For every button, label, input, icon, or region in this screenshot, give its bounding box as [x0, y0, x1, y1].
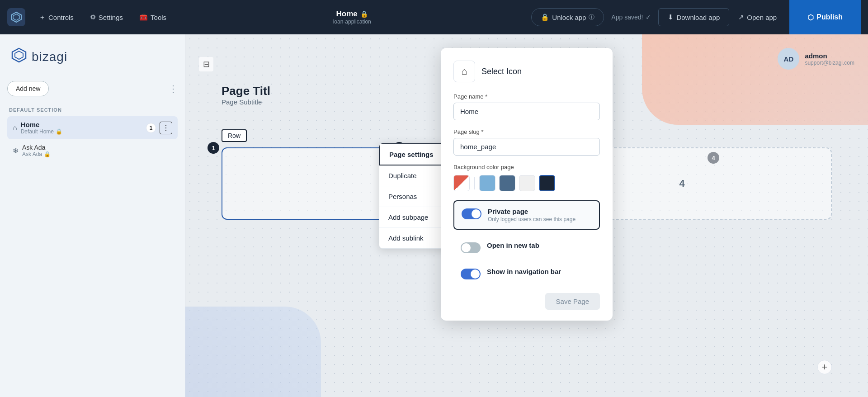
show-nav-info: Show in navigation bar [487, 268, 593, 275]
bg-color-label: Background color page [453, 164, 600, 170]
saved-badge: App saved! ✓ [606, 10, 656, 24]
color-swatches [453, 175, 600, 191]
sidebar-top: Add new ⋮ [7, 81, 178, 96]
svg-marker-2 [12, 48, 26, 62]
nav-item-home-badge: 1 [146, 123, 156, 133]
bg-color-section: Background color page [453, 164, 600, 191]
publish-icon: ⬡ [807, 13, 814, 22]
private-page-sub: Only logged users can see this page [488, 216, 592, 222]
lock-small-icon: 🔒 [56, 128, 62, 135]
bizagi-text: bizagi [32, 50, 67, 64]
sidebar-section-header: DEFAULT SECTION [9, 107, 178, 113]
tools-button[interactable]: 🧰 Tools [133, 9, 173, 25]
select-icon-label: Select Icon [481, 67, 522, 76]
color-swatch-3[interactable] [519, 175, 535, 191]
open-new-tab-row: Open in new tab [453, 235, 600, 260]
check-icon: ✓ [646, 14, 651, 21]
unlock-icon: 🔒 [541, 13, 549, 21]
publish-button[interactable]: ⬡ Publish [789, 0, 861, 34]
plus-icon: ＋ [39, 13, 46, 22]
controls-button[interactable]: ＋ Controls [33, 9, 80, 25]
settings-button[interactable]: ⚙ Settings [84, 9, 129, 25]
save-page-button[interactable]: Save Page [545, 293, 600, 310]
gear-icon: ⚙ [90, 13, 96, 21]
lock-icon: 🔒 [360, 10, 368, 18]
app-title-area: Home 🔒 loan-application [176, 9, 528, 25]
page-slug-label: Page slug * [453, 128, 600, 135]
tools-icon: 🧰 [139, 13, 148, 21]
page-name-input[interactable] [453, 103, 600, 120]
lock-small-icon2: 🔒 [44, 151, 51, 157]
nav-item-home-dots[interactable]: ⋮ [160, 122, 172, 134]
private-page-row: Private page Only logged users can see t… [453, 200, 600, 230]
page-name-label: Page name * [453, 93, 600, 100]
sidebar-logo: bizagi [7, 43, 178, 70]
bizagi-logo-icon [11, 47, 27, 66]
svg-marker-1 [13, 14, 19, 20]
askada-icon: ❄ [13, 147, 19, 155]
page-settings-modal: ⌂ Select Icon Page name * Page slug * Ba… [441, 48, 613, 321]
nav-item-askada-info: Ask Ada Ask Ada 🔒 [22, 144, 51, 157]
select-icon-row: ⌂ Select Icon [453, 61, 600, 82]
color-swatch-1[interactable] [479, 175, 495, 191]
app-subtitle: loan-application [333, 19, 371, 25]
app-logo [7, 8, 25, 26]
swatch-divider [474, 177, 475, 189]
page-slug-group: Page slug * [453, 128, 600, 156]
main-layout: bizagi Add new ⋮ DEFAULT SECTION ⌂ Home … [0, 34, 868, 397]
sidebar-item-askada[interactable]: ❄ Ask Ada Ask Ada 🔒 [7, 139, 178, 162]
nav-item-home-info: Home Default Home 🔒 [21, 121, 142, 135]
private-page-info: Private page Only logged users can see t… [488, 208, 592, 222]
color-swatch-0[interactable] [453, 175, 470, 191]
color-swatch-2[interactable] [499, 175, 515, 191]
svg-marker-3 [15, 51, 23, 59]
topnav-right: 🔒 Unlock app ⓘ App saved! ✓ ⬇ Download a… [531, 0, 861, 34]
nav-item-home-sub: Default Home 🔒 [21, 128, 142, 135]
unlock-button[interactable]: 🔒 Unlock app ⓘ [531, 8, 604, 26]
canvas-area: ⊟ Page Titl Page Subtitle Row 1 2 3 4 4 … [185, 34, 868, 397]
page-slug-input[interactable] [453, 138, 600, 156]
toggle-knob2 [462, 243, 471, 252]
sidebar: bizagi Add new ⋮ DEFAULT SECTION ⌂ Home … [0, 34, 185, 397]
sidebar-item-home[interactable]: ⌂ Home Default Home 🔒 1 ⋮ [7, 116, 178, 139]
private-page-title: Private page [488, 208, 592, 215]
app-title: Home 🔒 [336, 9, 368, 19]
private-page-toggle[interactable] [462, 208, 481, 219]
toggle-knob3 [471, 269, 480, 279]
open-new-tab-title: Open in new tab [487, 241, 593, 249]
icon-box[interactable]: ⌂ [453, 61, 475, 82]
nav-item-home-name: Home [21, 121, 142, 128]
home-icon-modal: ⌂ [461, 66, 467, 77]
sidebar-more-button[interactable]: ⋮ [169, 83, 178, 94]
show-nav-row: Show in navigation bar [453, 261, 600, 286]
show-nav-toggle[interactable] [461, 269, 481, 279]
home-icon: ⌂ [13, 124, 17, 132]
info-icon: ⓘ [589, 13, 594, 21]
modal-overlay: ⌂ Select Icon Page name * Page slug * Ba… [185, 34, 868, 397]
external-link-icon: ↗ [738, 13, 744, 21]
toggle-knob [472, 209, 481, 218]
open-new-tab-toggle[interactable] [461, 242, 481, 253]
topnav: ＋ Controls ⚙ Settings 🧰 Tools Home 🔒 loa… [0, 0, 868, 34]
open-app-button[interactable]: ↗ Open app [731, 9, 784, 26]
open-new-tab-info: Open in new tab [487, 241, 593, 249]
download-icon: ⬇ [668, 13, 674, 21]
show-nav-title: Show in navigation bar [487, 268, 593, 275]
download-button[interactable]: ⬇ Download app [658, 8, 729, 26]
add-new-button[interactable]: Add new [7, 81, 49, 96]
nav-item-askada-sub: Ask Ada 🔒 [22, 151, 51, 157]
color-swatch-4[interactable] [539, 175, 555, 191]
page-name-group: Page name * [453, 93, 600, 120]
